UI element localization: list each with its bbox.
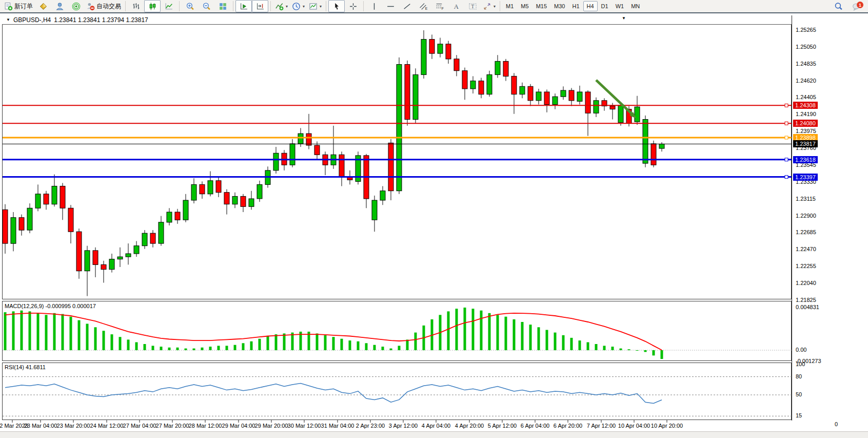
timeframe-d1-button[interactable]: D1 — [598, 1, 612, 11]
autotrade-button[interactable]: 自动交易 — [84, 0, 123, 12]
rsi-pane[interactable] — [2, 363, 792, 420]
zoom-out-button[interactable] — [198, 0, 214, 12]
candles-chart-button[interactable] — [144, 0, 161, 12]
toolbar-separator — [500, 1, 500, 11]
time-axis-label: 10 Apr 20:00 — [651, 423, 683, 429]
tile-windows-button[interactable] — [214, 0, 231, 12]
zoom-out-icon — [202, 2, 211, 11]
timeframe-m5-button[interactable]: M5 — [517, 1, 532, 11]
price-axis[interactable]: 1.252651.250501.248351.246201.244051.241… — [792, 14, 868, 431]
toolbar-button-label: 新订单 — [14, 2, 33, 11]
tile-windows-icon — [219, 2, 227, 11]
time-axis-label: 29 Mar 04:00 — [222, 423, 255, 429]
search-button[interactable] — [830, 0, 846, 12]
label-button[interactable]: T — [464, 0, 481, 12]
bars-chart-button[interactable] — [128, 0, 144, 12]
toolbar-separator — [326, 1, 326, 11]
timeframe-m30-button[interactable]: M30 — [550, 1, 568, 11]
notifications-button[interactable]: 1 — [846, 0, 866, 12]
new-order-button[interactable]: 新订单 — [2, 0, 35, 12]
text-button[interactable]: A — [448, 0, 464, 12]
template-button[interactable]: ▾ — [307, 0, 324, 12]
chevron-down-icon[interactable]: ▾ — [494, 4, 496, 9]
price-axis-label: 1.21825 — [796, 297, 816, 303]
label-icon: T — [468, 2, 477, 11]
channel-button[interactable]: E — [415, 0, 431, 12]
price-axis-label: 1.23115 — [796, 196, 816, 202]
timeframe-w1-button[interactable]: W1 — [612, 1, 628, 11]
time-axis-label: 2 Apr 23:00 — [356, 423, 385, 429]
time-axis-label: 31 Mar 04:00 — [321, 423, 354, 429]
time-axis-label: 29 Mar 20:00 — [255, 423, 288, 429]
zoom-in-icon — [186, 2, 194, 11]
status-strip — [0, 431, 868, 438]
price-level-badge: 1.24308 — [793, 102, 818, 109]
chevron-down-icon[interactable]: ▾ — [320, 4, 322, 9]
chart-ohlc-values: 1.23841 1.23841 1.23794 1.23817 — [54, 16, 148, 24]
channel-icon: E — [419, 2, 428, 11]
vline-button[interactable] — [366, 0, 382, 12]
timeframe-h1-button[interactable]: H1 — [568, 1, 583, 11]
price-axis-label: 1.24190 — [796, 111, 816, 117]
hline-button[interactable] — [382, 0, 399, 12]
indicators-button[interactable]: ▾ — [273, 0, 290, 12]
timeframe-m1-button[interactable]: M1 — [502, 1, 517, 11]
rsi-axis-label: 50 — [796, 391, 802, 397]
time-axis-label: 6 Apr 20:00 — [554, 423, 582, 429]
macd-axis-label: 0.00 — [796, 347, 806, 353]
clock-button[interactable]: ▾ — [290, 0, 307, 12]
crosshair-button[interactable] — [345, 0, 361, 12]
clock-icon — [292, 2, 301, 11]
vline-icon — [370, 2, 379, 11]
line-chart-button[interactable] — [161, 0, 177, 12]
price-level-badge: 1.23397 — [793, 174, 818, 181]
chart-title-bar: ▼ GBPUSD-,H4 1.23841 1.23841 1.23794 1.2… — [2, 15, 866, 25]
scroll-to-end-icon[interactable]: ▼ — [622, 16, 626, 21]
profile-button[interactable] — [51, 0, 68, 12]
svg-text:E: E — [425, 7, 427, 10]
price-axis-label: 1.22040 — [796, 280, 816, 286]
macd-pane[interactable] — [2, 301, 792, 361]
toolbar-separator — [125, 1, 126, 11]
chevron-down-icon[interactable]: ▾ — [286, 4, 288, 9]
chevron-down-icon[interactable]: ▾ — [303, 4, 305, 9]
crosshair-icon — [349, 2, 358, 11]
zoom-in-button[interactable] — [182, 0, 198, 12]
macd-axis-label: 0.004831 — [796, 304, 819, 310]
axis-divider — [792, 15, 792, 421]
price-axis-label: 1.25050 — [796, 44, 816, 50]
time-axis-label: 7 Apr 12:00 — [587, 423, 616, 429]
current-price-badge: 1.23817 — [793, 140, 818, 147]
hline-icon — [386, 2, 395, 11]
trendline-icon — [403, 2, 411, 11]
collapse-icon[interactable]: ▼ — [6, 17, 10, 22]
rsi-indicator-label: RSI(14) 41.6811 — [5, 364, 46, 370]
timeframe-h4-button[interactable]: H4 — [583, 1, 598, 11]
price-axis-label: 1.23975 — [796, 128, 816, 134]
fibo-button[interactable]: F — [431, 0, 448, 12]
time-axis-label: 3 Apr 12:00 — [389, 423, 418, 429]
time-axis-label: 24 Mar 12:00 — [90, 423, 124, 429]
time-axis-label: 6 Apr 04:00 — [521, 423, 549, 429]
signal-button[interactable] — [68, 0, 84, 12]
time-axis[interactable]: 22 Mar 202323 Mar 04:0023 Mar 20:0024 Ma… — [0, 420, 868, 431]
toolbar-button-label: 自动交易 — [96, 2, 121, 11]
cursor-button[interactable] — [328, 0, 345, 12]
chart-symbol-period: GBPUSD-,H4 — [13, 16, 51, 24]
gold-box-button[interactable] — [35, 0, 51, 12]
main-toolbar: 新订单自动交易▾▾▾EFAT▾M1M5M15M30H1H4D1W1MN1 — [0, 0, 868, 13]
cursor-icon — [332, 2, 341, 11]
price-level-badge: 1.24080 — [793, 120, 818, 127]
price-level-badge: 1.23618 — [793, 156, 818, 163]
text-icon: A — [452, 2, 461, 11]
trendline-button[interactable] — [399, 0, 415, 12]
axis-zero-label: 0 — [835, 421, 838, 427]
time-axis-label: 27 Mar 04:00 — [123, 423, 156, 429]
chart-shift-button[interactable] — [252, 0, 268, 12]
shapes-button[interactable]: ▾ — [481, 0, 498, 12]
timeframe-m15-button[interactable]: M15 — [532, 1, 550, 11]
time-axis-label: 28 Mar 12:00 — [189, 423, 222, 429]
timeframe-mn-button[interactable]: MN — [627, 1, 643, 11]
price-chart-pane[interactable] — [2, 15, 792, 299]
autoscroll-button[interactable] — [235, 0, 252, 12]
